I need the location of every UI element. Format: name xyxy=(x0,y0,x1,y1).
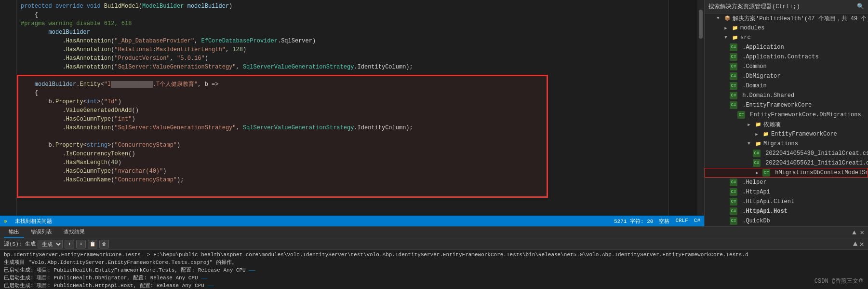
code-line: .HasAnnotation("_Abp_DatabaseProvider", … xyxy=(21,37,665,45)
solution-explorer-header: 搜索解决方案资源管理器(Ctrl+;) 🔍 xyxy=(705,0,868,14)
code-line: .IsConcurrencyToken() xyxy=(21,150,665,158)
tree-label: EntityFrameworkCore xyxy=(771,131,837,138)
cs-icon: C# xyxy=(730,43,737,51)
folder-icon: 📁 xyxy=(754,121,762,128)
status-line-ending: CRLF xyxy=(675,218,688,225)
toolbar-btn-up[interactable]: ⬆ xyxy=(65,240,74,248)
folder-icon: 📁 xyxy=(754,140,762,148)
toolbar-btn-clear[interactable]: 🗑 xyxy=(99,240,109,248)
arrow-icon: ▶ xyxy=(722,24,730,32)
code-line: #pragma warning disable 612, 618 xyxy=(21,19,665,28)
tab-output[interactable]: 输出 xyxy=(4,227,24,238)
code-line: b.Property<string>("ConcurrencyStamp") xyxy=(21,141,665,150)
code-line: protected override void BuildModel(Model… xyxy=(21,2,665,11)
tree-label: .Common xyxy=(739,63,767,70)
tree-item-domain-shared[interactable]: C# h.Domain.Shared xyxy=(705,91,868,100)
tree-solution[interactable]: ▼ 📦 解决方案'PublicHealth'(47 个项目，共 49 个) xyxy=(705,14,868,23)
tree-item-httpapi-host[interactable]: C# .HttpApi.Host xyxy=(705,206,868,216)
tree-item-helper[interactable]: C# .Helper xyxy=(705,178,868,187)
tree-item-migrations-folder[interactable]: ▼ 📁 Migrations xyxy=(705,139,868,149)
status-line-col: 5271 字符: 20 xyxy=(614,218,653,225)
tree-item-httpapi-client[interactable]: C# .HttpApi.Client xyxy=(705,197,868,206)
output-line: 已启动生成: 项目: PublicHealth.HttpApi.Host, 配置… xyxy=(4,282,864,289)
cs-icon: C# xyxy=(730,53,737,61)
editor-content[interactable]: protected override void BuildModel(Model… xyxy=(0,0,704,216)
tree-item-efcore[interactable]: C# .EntityFrameworkCore xyxy=(705,100,868,110)
code-line: { xyxy=(21,11,665,19)
code-line: .HasAnnotation("SqlServer:ValueGeneratio… xyxy=(21,124,665,132)
tab-error-list[interactable]: 错误列表 xyxy=(26,227,57,238)
tree-item-modelsnap[interactable]: ▶ C# hMigrationsDbContextModelSnap xyxy=(705,168,868,178)
cs-icon: C# xyxy=(730,72,737,80)
mini-map xyxy=(668,0,697,216)
tree-item-migration1[interactable]: C# 20220414055430_InitialCreat.cs xyxy=(705,149,868,158)
tab-find-results[interactable]: 查找结果 xyxy=(59,227,90,238)
cs-icon: C# xyxy=(730,179,737,186)
code-line: .HasMaxLength(40) xyxy=(21,158,665,167)
status-error-text: 未找到相关问题 xyxy=(15,218,52,225)
cs-icon: C# xyxy=(762,169,770,177)
tree-label: .Helper xyxy=(739,179,767,186)
tree-item-common[interactable]: C# .Common xyxy=(705,62,868,71)
tree-item-application[interactable]: C# .Application xyxy=(705,42,868,52)
tree-item-efcore2[interactable]: ▶ 📁 EntityFrameworkCore xyxy=(705,129,868,139)
panel-toggle-area: ▲ ✕ xyxy=(853,239,864,249)
tree-label: modules xyxy=(740,25,764,31)
tree-label: h.Domain.Shared xyxy=(739,92,794,99)
cs-icon: C# xyxy=(730,188,737,196)
output-content[interactable]: bp.IdentityServer.EntityFrameworkCore.Te… xyxy=(0,250,868,289)
tree-label: src xyxy=(740,34,751,41)
main-area: protected override void BuildModel(Model… xyxy=(0,0,868,226)
cs-icon: C# xyxy=(730,92,737,99)
tree-label: .Application.Contracts xyxy=(739,54,819,60)
tree-label: .DbMigrator xyxy=(739,73,780,80)
solution-icon: 📦 xyxy=(723,14,731,22)
folder-icon: 📁 xyxy=(731,24,739,32)
cs-icon: C# xyxy=(730,63,737,70)
editor-area: protected override void BuildModel(Model… xyxy=(0,0,704,226)
tree-label: Migrations xyxy=(763,140,798,147)
code-line: .ValueGeneratedOnAdd() xyxy=(21,106,665,115)
tree-label: .Domain xyxy=(739,83,767,89)
arrow-icon: ▼ xyxy=(722,34,730,41)
tree-item-migration2[interactable]: C# 20220414055621_InitialCreat1.cs xyxy=(705,158,868,168)
code-editor[interactable]: protected override void BuildModel(Model… xyxy=(17,0,668,216)
cs-icon: C# xyxy=(753,159,761,167)
tree-item-src[interactable]: ▼ 📁 src xyxy=(705,33,868,42)
tree-label: 20220414055621_InitialCreat1.cs xyxy=(762,160,868,166)
toolbar-btn-copy[interactable]: 📋 xyxy=(88,240,97,248)
tree-area[interactable]: ▼ 📦 解决方案'PublicHealth'(47 个项目，共 49 个) ▶ … xyxy=(705,14,868,226)
tree-item-domain[interactable]: C# .Domain xyxy=(705,81,868,91)
output-select[interactable]: 生成 xyxy=(38,240,63,248)
source-label: 源(S): 生成 xyxy=(4,240,36,248)
tree-label: .EntityFrameworkCore xyxy=(739,102,812,109)
search-icon[interactable]: 🔍 xyxy=(857,3,864,10)
folder-icon: 📁 xyxy=(731,34,739,41)
output-line: 已启动生成: 项目: PublicHealth.DbMigrator, 配置: … xyxy=(4,274,864,282)
toolbar-btn-down[interactable]: ⬇ xyxy=(76,240,86,248)
folder-icon: 📁 xyxy=(762,130,770,138)
tree-item-deps[interactable]: ▶ 📁 依赖项 xyxy=(705,120,868,129)
cs-icon: C# xyxy=(730,198,737,206)
tree-label: .HttpApi.Host xyxy=(739,208,788,215)
editor-statusbar: ⊘ 未找到相关问题 5271 字符: 20 空格 CRLF C# xyxy=(0,216,704,226)
tree-item-dbmigrator[interactable]: C# .DbMigrator xyxy=(705,71,868,81)
arrow-icon: ▶ xyxy=(753,169,761,177)
watermark: CSDN @香煎三文鱼 xyxy=(815,277,864,285)
solution-explorer: 搜索解决方案资源管理器(Ctrl+;) 🔍 ▼ 📦 解决方案'PublicHea… xyxy=(704,0,868,226)
tree-item-app-contracts[interactable]: C# .Application.Contracts xyxy=(705,52,868,62)
tree-item-httpapi[interactable]: C# .HttpApi xyxy=(705,187,868,197)
cs-icon: C# xyxy=(737,111,745,119)
line-numbers xyxy=(0,0,17,216)
tree-label: hMigrationsDbContextModelSnap xyxy=(772,169,868,176)
code-line: .HasAnnotation("ProductVersion", "5.0.16… xyxy=(21,54,665,63)
editor-scrollbar[interactable] xyxy=(697,0,704,216)
tree-item-efcore-migrations[interactable]: C# EntityFrameworkCore.DbMigrations xyxy=(705,110,868,120)
tree-item-modules[interactable]: ▶ 📁 modules xyxy=(705,23,868,33)
arrow-icon: ▼ xyxy=(745,140,753,148)
scrollbar-thumb[interactable] xyxy=(699,10,703,39)
tree-label: .Application xyxy=(739,44,784,51)
code-line: modelBuilder xyxy=(21,28,665,37)
tree-label: 依赖项 xyxy=(763,121,781,129)
tree-item-quickdb[interactable]: C# .QuickDb xyxy=(705,216,868,226)
